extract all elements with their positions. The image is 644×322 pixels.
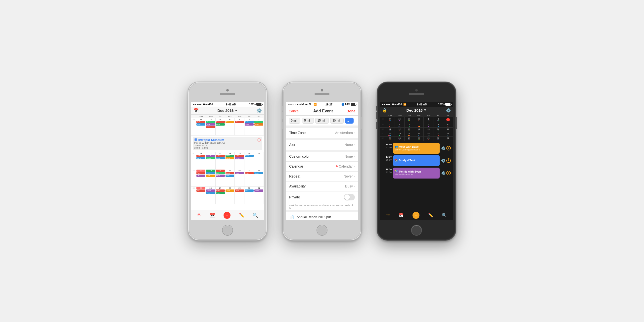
- day-nov27[interactable]: 27 Flight Hotel: [196, 118, 206, 135]
- event-car[interactable]: Car C: [206, 121, 215, 123]
- event-study[interactable]: Study: [245, 123, 254, 126]
- event-hotel[interactable]: Hotel: [196, 123, 206, 126]
- volume-down-3[interactable]: [376, 122, 377, 129]
- day-dec27[interactable]: 27 Flight Cape: [216, 187, 225, 204]
- e14a[interactable]: Intrep: [226, 155, 234, 157]
- private-toggle[interactable]: [344, 194, 355, 200]
- home-button[interactable]: [222, 225, 233, 236]
- event-info-2[interactable]: i: [446, 158, 451, 163]
- day-dec31[interactable]: 31 Phone: [254, 187, 264, 204]
- e28a[interactable]: Dinne: [226, 190, 234, 192]
- month-title[interactable]: Dec 2016 ▼: [218, 108, 238, 113]
- day-dec28[interactable]: 28 Dinne: [225, 187, 235, 204]
- dark-d3-today[interactable]: 3: [443, 117, 453, 123]
- settings-icon[interactable]: ⚙️: [256, 108, 262, 114]
- e24a[interactable]: Guest: [254, 172, 263, 174]
- power-button-2[interactable]: [361, 117, 362, 129]
- e27a[interactable]: Flight: [216, 190, 225, 192]
- day-dec13[interactable]: 13 JEK-C Meet: [216, 152, 225, 169]
- done-button[interactable]: Done: [346, 109, 355, 113]
- e21a[interactable]: Caled: [226, 172, 234, 174]
- alert-row[interactable]: Alert None ›: [286, 140, 358, 150]
- event-meet-dave[interactable]: 10:00 17:00 👥 Meet with Dave Simon Carmi…: [380, 142, 453, 154]
- e15b[interactable]: Devel: [235, 157, 244, 160]
- event-train2[interactable]: Train: [245, 121, 254, 123]
- eye-icon[interactable]: 👁: [197, 212, 202, 218]
- e16a[interactable]: Movie: [245, 155, 254, 157]
- expanded-event[interactable]: ⓘ 🏛 Intrepid Museum Pier 86 W 46th St an…: [193, 137, 262, 150]
- event-gear-1[interactable]: ⚙️: [441, 146, 445, 150]
- custom-color-row[interactable]: Custom color None ›: [286, 152, 358, 162]
- volume-down-2[interactable]: [282, 122, 283, 129]
- home-button-3[interactable]: [411, 225, 422, 236]
- e30a[interactable]: Noor: [245, 190, 254, 192]
- day-dec30[interactable]: 30 Noor: [244, 187, 254, 204]
- mute-switch[interactable]: [187, 106, 188, 111]
- dark-d29[interactable]: 29: [404, 117, 414, 123]
- day-dec25[interactable]: 25 Holi: [196, 187, 206, 204]
- volume-up-2[interactable]: [282, 112, 283, 119]
- event-train[interactable]: Train: [216, 121, 225, 123]
- event-info-3[interactable]: i: [446, 171, 451, 175]
- e20b[interactable]: Belm: [216, 174, 225, 177]
- day-nov29[interactable]: 29 Train Dinne: [216, 118, 225, 135]
- day-dec18[interactable]: 18 Payd Car C: [196, 169, 206, 186]
- dark-cal-icon[interactable]: 📅: [399, 213, 404, 218]
- event-wine[interactable]: Wine: [206, 126, 215, 128]
- event-flight[interactable]: Flight: [196, 121, 206, 123]
- event-study[interactable]: 17:30 19:00 📚 Study 4 Test ⚙️ i: [380, 154, 453, 167]
- e15a[interactable]: Kitra: [235, 155, 244, 157]
- e19a[interactable]: Pack: [206, 172, 215, 174]
- day-dec2[interactable]: 2 Train Study: [244, 118, 254, 135]
- day-dec19[interactable]: 19 Pack Conc: [206, 169, 216, 186]
- e18b[interactable]: Car C: [196, 174, 206, 177]
- dark-d30[interactable]: 30: [414, 117, 424, 123]
- day-dec24[interactable]: 24 Guest: [254, 169, 264, 186]
- cancel-button[interactable]: Cancel: [289, 109, 300, 113]
- alert-15min[interactable]: 15 min: [315, 118, 329, 124]
- event-info-1[interactable]: i: [446, 146, 451, 150]
- e26a[interactable]: Plumw: [206, 190, 215, 192]
- day-dec14[interactable]: 14 Intrep Noma: [225, 152, 235, 169]
- e31a[interactable]: Phone: [254, 190, 263, 192]
- e13a[interactable]: JEK-C: [216, 155, 225, 157]
- dark-add-button[interactable]: +: [412, 212, 420, 219]
- calendar-icon[interactable]: 📅: [193, 108, 199, 114]
- e11a[interactable]: Flight: [196, 155, 206, 157]
- dark-d27[interactable]: 27: [385, 117, 395, 123]
- day-dec15[interactable]: 15 Kitra Devel: [235, 152, 244, 169]
- timezone-row[interactable]: Time Zone Amsterdam ›: [286, 128, 358, 138]
- event-gear-3[interactable]: ⚙️: [441, 171, 445, 175]
- e12b[interactable]: Merce: [206, 157, 215, 160]
- day-dec3[interactable]: 3 Meet Tennis: [254, 118, 264, 135]
- power-button[interactable]: [267, 117, 268, 129]
- event-dinne[interactable]: Dinne: [216, 123, 225, 126]
- lock-icon[interactable]: 🔒: [382, 108, 387, 113]
- dark-d28[interactable]: 28: [395, 117, 404, 123]
- day-dec1[interactable]: 1 Jkt: [235, 118, 244, 135]
- event-table[interactable]: Table: [206, 123, 215, 126]
- repeat-row[interactable]: Repeat Never ›: [286, 172, 358, 182]
- availability-row[interactable]: Availability Busy ›: [286, 182, 358, 192]
- day-dec12[interactable]: 12 IPO M Merce: [206, 152, 216, 169]
- attachment-pdf[interactable]: 📄 Annual Report 2015.pdf: [286, 212, 358, 220]
- day-dec17[interactable]: 17: [254, 152, 264, 169]
- e22a[interactable]: Kaap: [235, 172, 244, 174]
- dark-month-title[interactable]: Dec 2016 ▼: [406, 108, 427, 112]
- alert-1h[interactable]: 1 h: [345, 118, 354, 124]
- day-dec22[interactable]: 22 Kaap: [235, 169, 244, 186]
- dark-d2[interactable]: 2: [434, 117, 443, 123]
- day-dec20[interactable]: 20 Holi Belm: [216, 169, 225, 186]
- e20a[interactable]: Holi: [216, 172, 225, 174]
- day-nov28[interactable]: 28 Car C Table Wine: [206, 118, 216, 135]
- day-dec29[interactable]: 29 Tenni: [235, 187, 244, 204]
- event-tennis[interactable]: 19:30 22:30 🎾 Tennis with Sven Kinderdij…: [380, 167, 453, 179]
- mute-switch-3[interactable]: [376, 106, 377, 111]
- day-nov30[interactable]: 30 Drink: [225, 118, 235, 135]
- e23a[interactable]: Pictu: [245, 172, 254, 174]
- event-jkt[interactable]: Jkt: [235, 121, 244, 123]
- mute-switch-2[interactable]: [282, 106, 283, 111]
- dark-edit-icon[interactable]: ✏️: [428, 213, 433, 218]
- alert-0min[interactable]: 0 min: [289, 118, 300, 124]
- power-button-3[interactable]: [456, 117, 457, 129]
